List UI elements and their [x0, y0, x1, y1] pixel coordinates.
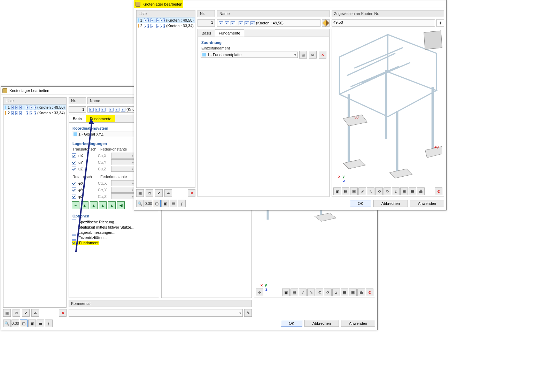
cancel-button[interactable]: Abbrechen	[373, 200, 408, 207]
name-edit-button[interactable]	[322, 19, 330, 27]
vtool-9[interactable]: ▦	[400, 187, 408, 195]
phiz-checkbox[interactable]	[72, 194, 76, 199]
vtool-4[interactable]: ⤢	[358, 187, 366, 195]
phiy-checkbox[interactable]	[72, 187, 76, 192]
toggle2-button[interactable]: ▣	[28, 320, 36, 327]
toggle1-button[interactable]: ▢	[153, 200, 161, 207]
uz-checkbox[interactable]	[72, 167, 76, 171]
toggle4-button[interactable]: ƒ	[178, 200, 186, 207]
view-tool-5[interactable]: ⟲	[316, 289, 323, 296]
new-button[interactable]: ▦	[3, 309, 11, 317]
help-button[interactable]: 🔍	[136, 200, 144, 207]
vtool-6[interactable]: ⟲	[375, 187, 383, 195]
preset-free-button[interactable]: −	[72, 201, 79, 209]
app-icon	[136, 2, 140, 7]
toggle4-button[interactable]: ƒ	[45, 320, 53, 327]
pick-nodes-button[interactable]: ✛	[436, 19, 444, 27]
opt-fiktiv-checkbox[interactable]	[72, 225, 76, 229]
opt-lagerabm-checkbox[interactable]	[72, 230, 76, 235]
name-field[interactable]: (Knoten : 49,50)	[217, 19, 320, 27]
opt-fundament-checkbox[interactable]	[72, 240, 76, 245]
view-tool-4[interactable]: ⤡	[307, 289, 315, 296]
tab-fundamente[interactable]: Fundamente	[215, 29, 244, 37]
view-tool-9[interactable]: ▦	[349, 289, 357, 296]
phix-checkbox[interactable]	[72, 181, 76, 185]
view-reset-button[interactable]: ⊘	[435, 187, 442, 195]
preset-rollerz-button[interactable]: ▴	[108, 201, 116, 209]
vtool-10[interactable]: ▦	[409, 187, 416, 195]
view-tool-8[interactable]: ▦	[341, 289, 348, 296]
preset-fixed-button[interactable]: ◀	[117, 201, 125, 209]
apply-button[interactable]: Anwenden	[341, 320, 375, 327]
preset-pin-button[interactable]: ▴	[81, 201, 88, 209]
new-button[interactable]: ▦	[136, 189, 144, 197]
view-tool-2[interactable]: ▤	[291, 289, 298, 296]
ok-button[interactable]: OK	[350, 200, 371, 207]
tab-basis[interactable]: Basis	[69, 115, 86, 122]
toggle3-button[interactable]: ☰	[37, 320, 44, 327]
list-item[interactable]: 1 (Knoten : 49,50)	[3, 105, 66, 110]
pencil-icon	[322, 20, 329, 26]
close-button[interactable]: ✕	[436, 1, 445, 7]
preset-rollery-button[interactable]: ▴	[99, 201, 107, 209]
tab-fundamente[interactable]: Fundamente	[86, 115, 115, 122]
check-all-button[interactable]: ✔	[22, 309, 30, 317]
duplicate-button[interactable]: ⧉	[13, 309, 20, 317]
units-button[interactable]: 0.00	[11, 320, 19, 327]
einzel-combo[interactable]: 1 - Fundamentplatte ▾	[201, 52, 298, 58]
svg-text:49: 49	[434, 145, 439, 149]
vtool-7[interactable]: ⟳	[384, 187, 391, 195]
units-button[interactable]: 0.00	[145, 200, 152, 207]
vtool-5[interactable]: ⤡	[367, 187, 374, 195]
kommentar-edit-button[interactable]: ✎	[244, 309, 252, 317]
ux-checkbox[interactable]	[72, 153, 76, 158]
uncheck-all-button[interactable]: ✔̶	[31, 309, 39, 317]
vtool-1[interactable]: ▣	[333, 187, 341, 195]
preset-rollerx-button[interactable]: ▴	[90, 201, 98, 209]
pick-button[interactable]: ✛	[256, 289, 263, 296]
delete-button[interactable]: ✕	[188, 189, 195, 197]
list-item-suffix: (Knoten : 49,50)	[37, 105, 65, 109]
vtool-11[interactable]: 🖶	[417, 187, 425, 195]
zugewiesen-field[interactable]: 49,50	[332, 19, 435, 27]
view-tool-7[interactable]: z	[332, 289, 340, 296]
navcube-icon[interactable]	[424, 31, 442, 50]
help-button[interactable]: 🔍	[3, 320, 11, 327]
cancel-button[interactable]: Abbrechen	[304, 320, 339, 327]
list-item[interactable]: 1 (Knoten : 49,50)	[137, 17, 195, 23]
view-tool-1[interactable]: ▣	[282, 289, 290, 296]
apply-button[interactable]: Anwenden	[410, 200, 444, 207]
duplicate-button[interactable]: ⧉	[146, 189, 153, 197]
toggle2-button[interactable]: ▣	[161, 200, 169, 207]
view-tool-10[interactable]: 🖶	[357, 289, 365, 296]
fund-new-button[interactable]: ▦	[299, 51, 307, 59]
check-all-button[interactable]: ✔	[155, 189, 163, 197]
opt-exzent-checkbox[interactable]	[72, 235, 76, 240]
zuordnung-section: Zuordnung	[201, 39, 326, 45]
3d-viewport-front[interactable]: 50 49 x y z ▣ ▤ ▤ ⤢ ⤡ ⟲ ⟳ z ▦	[332, 29, 444, 197]
vtool-3[interactable]: ▤	[350, 187, 358, 195]
view-tool-3[interactable]: ⤢	[299, 289, 307, 296]
list-item-nr: 1	[8, 105, 10, 109]
toggle3-button[interactable]: ☰	[170, 200, 177, 207]
fund-edit-button[interactable]: ⧉	[309, 51, 317, 59]
kommentar-combo[interactable]: ▾	[69, 309, 243, 317]
toggle1-button[interactable]: ▢	[20, 320, 28, 327]
uncheck-all-button[interactable]: ✔̶	[164, 189, 172, 197]
maximize-button[interactable]: ☐	[427, 1, 436, 7]
svg-marker-18	[343, 160, 365, 169]
list-item[interactable]: 2 (Knoten : 33,34)	[137, 23, 195, 29]
vtool-8[interactable]: z	[392, 187, 400, 195]
fund-delete-button[interactable]: ✕	[319, 51, 326, 59]
tab-basis[interactable]: Basis	[198, 29, 215, 37]
vtool-2[interactable]: ▤	[342, 187, 349, 195]
minimize-button[interactable]: —	[418, 1, 427, 7]
view-tool-6[interactable]: ⟳	[324, 289, 332, 296]
opt-spezrichtung-checkbox[interactable]	[72, 220, 76, 224]
list-item[interactable]: 2 (Knoten : 33,34)	[3, 110, 66, 116]
delete-button[interactable]: ✕	[59, 309, 67, 317]
view-reset-button[interactable]: ⊘	[366, 289, 373, 296]
ok-button[interactable]: OK	[281, 320, 302, 327]
list-header: Liste	[3, 97, 67, 104]
uy-checkbox[interactable]	[72, 160, 76, 164]
